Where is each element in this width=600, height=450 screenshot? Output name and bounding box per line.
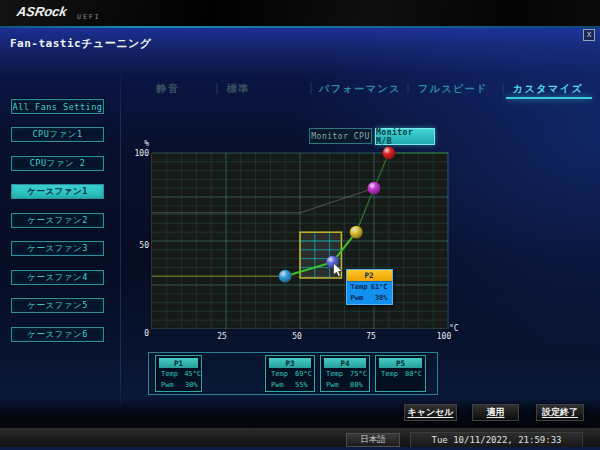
sidebar-item-case-fan-6[interactable]: ケースファン6	[11, 327, 104, 342]
point-box-title: P1	[159, 358, 198, 368]
point-box-title: P4	[324, 358, 366, 368]
fan-point-P5[interactable]	[382, 147, 395, 160]
tab-silent[interactable]: 静音	[157, 82, 180, 96]
origin-tick: 0	[122, 329, 149, 338]
top-black-bar: ASRock UEFI	[0, 0, 600, 26]
sidebar-item-case-fan-1[interactable]: ケースファン1	[11, 184, 104, 199]
sidebar-item-case-fan-3[interactable]: ケースファン3	[11, 241, 104, 256]
exit-setup-button[interactable]: 設定終了	[536, 404, 584, 421]
tab-customize[interactable]: カスタマイズ	[513, 82, 583, 96]
cancel-button[interactable]: キャンセル	[404, 404, 457, 421]
close-icon[interactable]: X	[583, 29, 595, 41]
tab-separator: |	[214, 82, 220, 93]
y-tick-100: 100	[122, 149, 149, 158]
active-tab-underline	[506, 97, 592, 99]
fan-curve-svg[interactable]	[152, 153, 448, 329]
tab-separator: |	[405, 82, 411, 93]
sidebar-item-case-fan-4[interactable]: ケースファン4	[11, 270, 104, 285]
tooltip-temp-row: Temp 61°C	[347, 282, 392, 293]
asrock-logo: ASRock	[16, 4, 69, 19]
point-box-title: P5	[379, 358, 422, 368]
x-tick-100: 100	[432, 332, 456, 341]
tab-full-speed[interactable]: フルスピード	[418, 82, 488, 96]
tab-separator: |	[308, 82, 314, 93]
point-tooltip: P2 Temp 61°C Pwm 38%	[346, 269, 393, 305]
x-tick-75: 75	[359, 332, 383, 341]
language-button[interactable]: 日本語	[346, 433, 400, 447]
sidebar-item-case-fan-5[interactable]: ケースファン5	[11, 298, 104, 313]
point-box-pwm: Pwm80%	[321, 380, 369, 391]
tab-separator: |	[500, 82, 506, 93]
point-box-p3: P3 Temp69°C Pwm55%	[265, 355, 315, 392]
point-box-p1: P1 Temp45°C Pwm30%	[155, 355, 202, 392]
x-tick-50: 50	[285, 332, 309, 341]
tooltip-pwm-value: 38%	[375, 293, 388, 304]
sidebar-item-case-fan-2[interactable]: ケースファン2	[11, 213, 104, 228]
point-box-pwm: Pwm55%	[266, 380, 314, 391]
sidebar-item-cpu-fan-1[interactable]: CPUファン1	[11, 127, 104, 142]
sidebar-item-cpu-fan-2[interactable]: CPUファン 2	[11, 156, 104, 171]
tooltip-title: P2	[347, 270, 392, 282]
uefi-logo-label: UEFI	[77, 13, 101, 21]
y-axis-unit-label: %	[122, 139, 149, 148]
monitor-mb-button[interactable]: Monitor M/B	[375, 128, 435, 145]
tooltip-temp-value: 61°C	[371, 282, 388, 293]
sidebar-item-all-fans[interactable]: All Fans Setting	[11, 99, 104, 114]
point-box-title: P3	[269, 358, 311, 368]
y-tick-50: 50	[122, 241, 149, 250]
x-tick-25: 25	[210, 332, 234, 341]
datetime-display: Tue 10/11/2022, 21:59:33	[410, 432, 583, 448]
point-box-temp: Temp45°C	[156, 369, 201, 380]
point-box-temp: Temp69°C	[266, 369, 314, 380]
point-box-pwm: Pwm30%	[156, 380, 201, 391]
point-box-temp: Temp75°C	[321, 369, 369, 380]
page-title: Fan-tasticチューニング	[10, 36, 152, 51]
point-box-p4: P4 Temp75°C Pwm80%	[320, 355, 370, 392]
point-box-temp: Temp80°C	[376, 369, 425, 380]
fan-point-P3[interactable]	[350, 226, 363, 239]
tab-performance[interactable]: パフォーマンス	[319, 82, 401, 96]
apply-button[interactable]: 適用	[472, 404, 519, 421]
tooltip-temp-label: Temp	[351, 282, 368, 293]
x-axis-unit-label: °C	[449, 324, 459, 333]
fan-point-P4[interactable]	[368, 182, 381, 195]
fan-curve-plot-area[interactable]: P2 Temp 61°C Pwm 38%	[151, 153, 447, 329]
point-box-p5: P5 Temp80°C	[375, 355, 426, 392]
monitor-temp-curve	[152, 188, 374, 213]
sidebar-divider	[120, 66, 121, 422]
tab-standard[interactable]: 標準	[227, 82, 250, 96]
uefi-screen: ASRock UEFI Fan-tasticチューニング X All Fans …	[0, 0, 600, 450]
tooltip-pwm-row: Pwm 38%	[347, 293, 392, 304]
tooltip-pwm-label: Pwm	[351, 293, 364, 304]
monitor-cpu-button[interactable]: Monitor CPU	[309, 128, 372, 144]
fan-point-P1[interactable]	[279, 270, 292, 283]
